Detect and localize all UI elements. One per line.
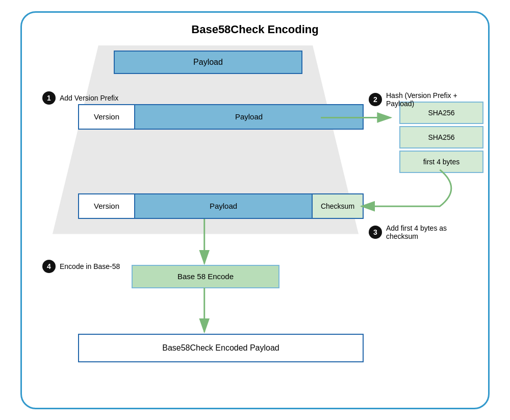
- row2-payload: Payload: [135, 194, 312, 218]
- step4-circle: 4: [42, 260, 56, 273]
- base58-encode-box: Base 58 Encode: [132, 265, 279, 288]
- diagram-area: Payload 1 Add Version Prefix Version Pay…: [37, 45, 473, 392]
- step4-label: 4 Encode in Base-58: [42, 260, 120, 273]
- page-title: Base58Check Encoding: [37, 23, 473, 36]
- hash-column: SHA256 SHA256 first 4 bytes: [399, 102, 483, 175]
- step2-label: 2 Hash (Version Prefix + Payload): [369, 91, 473, 108]
- step3-label: 3 Add first 4 bytes as checksum: [369, 224, 473, 240]
- step1-circle: 1: [42, 91, 56, 105]
- row1-version: Version: [79, 105, 135, 129]
- step1-label: 1 Add Version Prefix: [42, 91, 118, 105]
- row2-box: Version Payload Checksum: [78, 193, 364, 219]
- step2-circle: 2: [369, 93, 382, 106]
- final-encoded-box: Base58Check Encoded Payload: [78, 334, 364, 362]
- row2-checksum: Checksum: [312, 194, 363, 218]
- hash-box-sha256-2: SHA256: [399, 126, 483, 149]
- row2-version: Version: [79, 194, 135, 218]
- main-container: Base58Check Encoding Payload 1 Add Versi…: [20, 11, 490, 409]
- step3-circle: 3: [369, 226, 382, 239]
- hash-box-first4bytes: first 4 bytes: [399, 151, 483, 173]
- payload-top-box: Payload: [114, 51, 302, 74]
- arrow-hash-to-checksum: [362, 169, 451, 206]
- row1-box: Version Payload: [78, 104, 364, 130]
- row1-payload: Payload: [135, 105, 363, 129]
